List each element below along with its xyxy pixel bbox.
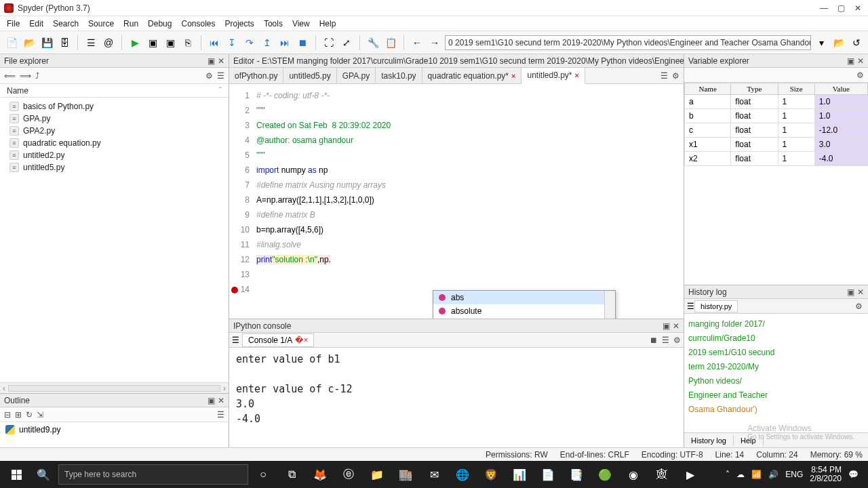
- menu-projects[interactable]: Projects: [225, 19, 254, 28]
- varexp-options-icon[interactable]: ⚙: [856, 70, 864, 80]
- next-icon[interactable]: ⟹: [20, 71, 31, 81]
- outline-goto-icon[interactable]: ⇲: [37, 410, 43, 420]
- prev-icon[interactable]: ⟸: [4, 71, 16, 81]
- file-item[interactable]: ≡GPA.py: [0, 113, 229, 125]
- console-tab[interactable]: Console 1/A�×: [242, 333, 314, 347]
- task-view-icon[interactable]: ⧉: [278, 464, 305, 485]
- debug-out-icon[interactable]: ↥: [260, 35, 275, 50]
- menu-run[interactable]: Run: [123, 19, 138, 28]
- taskbar-search-input[interactable]: Type here to search: [58, 464, 248, 485]
- console-tabs-menu-icon[interactable]: ☰: [232, 336, 239, 345]
- app-icon[interactable]: ✉: [420, 464, 448, 485]
- app-icon[interactable]: 📊: [506, 464, 533, 485]
- pane-close-icon[interactable]: ✕: [218, 56, 224, 66]
- history-tab[interactable]: history.py: [694, 300, 738, 312]
- debug-into-icon[interactable]: ↧: [224, 35, 239, 50]
- editor-tab[interactable]: untitled9.py*×: [521, 68, 585, 84]
- fullscreen-icon[interactable]: ⤢: [339, 35, 354, 50]
- maximize-pane-icon[interactable]: ⛶: [321, 35, 336, 50]
- browse-folder-icon[interactable]: 📂: [831, 35, 846, 50]
- list-icon[interactable]: ☰: [83, 35, 98, 50]
- open-file-icon[interactable]: 📂: [22, 35, 37, 50]
- app-icon[interactable]: 🦊: [307, 464, 334, 485]
- autocomplete-option[interactable]: absolute: [433, 304, 615, 318]
- up-icon[interactable]: ⤴: [35, 71, 39, 81]
- run-selection-icon[interactable]: ⎘: [180, 35, 195, 50]
- variable-row[interactable]: x2float1-4.0: [685, 152, 868, 166]
- start-button[interactable]: [4, 464, 28, 485]
- run-cell-advance-icon[interactable]: ▣: [163, 35, 178, 50]
- run-icon[interactable]: ▶: [127, 35, 142, 50]
- app-icon[interactable]: 📁: [363, 464, 391, 485]
- file-list-header[interactable]: Nameˇ: [0, 84, 229, 98]
- outline-collapse-icon[interactable]: ⊟: [4, 410, 11, 420]
- outline-body[interactable]: untitled9.py: [0, 422, 229, 447]
- options-icon[interactable]: ☰: [217, 71, 224, 81]
- console-stop-icon[interactable]: ⏹: [650, 336, 658, 345]
- debug-over-icon[interactable]: ↷: [242, 35, 257, 50]
- close-button[interactable]: ✕: [854, 3, 861, 13]
- filter-icon[interactable]: ⚙: [205, 71, 213, 81]
- outline-options-icon[interactable]: ☰: [217, 410, 224, 420]
- autocomplete-option[interactable]: absolute_import: [433, 318, 615, 319]
- save-all-icon[interactable]: 🗄: [57, 35, 72, 50]
- debug-step-icon[interactable]: ⏮: [207, 35, 222, 50]
- minimize-button[interactable]: —: [820, 3, 828, 13]
- outline-expand-icon[interactable]: ⊞: [15, 410, 22, 420]
- pane-undock-icon[interactable]: ▣: [208, 56, 215, 66]
- save-icon[interactable]: 💾: [39, 35, 54, 50]
- cortana-icon[interactable]: ○: [250, 464, 277, 485]
- autocomplete-popup[interactable]: absabsoluteabsolute_importaddadd_docstri…: [433, 290, 616, 319]
- file-item[interactable]: ≡quadratic equation.py: [0, 137, 229, 149]
- path-dropdown-icon[interactable]: ▾: [814, 35, 829, 50]
- preferences-icon[interactable]: 🔧: [366, 35, 380, 50]
- forward-icon[interactable]: →: [427, 35, 442, 50]
- search-icon[interactable]: 🔍: [30, 464, 57, 485]
- app-icon[interactable]: 🟢: [591, 464, 618, 485]
- file-item[interactable]: ≡basics of Python.py: [0, 100, 229, 113]
- app-icon[interactable]: 🕸: [648, 464, 675, 485]
- history-log-tab[interactable]: History log: [684, 435, 734, 446]
- menu-source[interactable]: Source: [88, 19, 114, 28]
- app-icon[interactable]: 📑: [563, 464, 590, 485]
- tray-volume-icon[interactable]: 🔊: [768, 470, 778, 479]
- variable-row[interactable]: x1float13.0: [685, 138, 868, 152]
- working-dir-field[interactable]: 0 2019 sem1\G10 secund term 2019-2020\My…: [445, 35, 811, 50]
- app-icon[interactable]: 📄: [534, 464, 561, 485]
- file-item[interactable]: ≡GPA2.py: [0, 125, 229, 137]
- editor-tab[interactable]: quadratic equation.py*×: [422, 68, 522, 83]
- pythonpath-icon[interactable]: 📋: [383, 35, 398, 50]
- console-options-icon[interactable]: ☰: [662, 336, 669, 345]
- parent-dir-icon[interactable]: ↺: [849, 35, 864, 50]
- tray-chevron-icon[interactable]: ˄: [726, 470, 730, 479]
- variable-row[interactable]: bfloat11.0: [685, 109, 868, 123]
- variable-row[interactable]: cfloat1-12.0: [685, 123, 868, 138]
- help-tab[interactable]: Help: [734, 435, 764, 446]
- menu-view[interactable]: View: [292, 19, 310, 28]
- history-tabs-menu-icon[interactable]: ☰: [687, 302, 694, 311]
- code-editor[interactable]: 1234567891011121314 # -*- coding: utf-8 …: [229, 84, 684, 319]
- menu-debug[interactable]: Debug: [148, 19, 172, 28]
- editor-tab[interactable]: task10.py: [376, 68, 422, 83]
- variable-table[interactable]: NameTypeSizeValueafloat11.0bfloat11.0cfl…: [684, 83, 868, 285]
- debug-stop-icon[interactable]: ⏹: [295, 35, 310, 50]
- console-gear-icon[interactable]: ⚙: [673, 336, 681, 345]
- tray-clock[interactable]: 8:54 PM2/8/2020: [810, 466, 842, 483]
- back-icon[interactable]: ←: [410, 35, 425, 50]
- console-output[interactable]: enter value of b1 enter value of c-12 3.…: [229, 348, 684, 447]
- file-item[interactable]: ≡untitled5.py: [0, 161, 229, 174]
- editor-tab[interactable]: ofPython.py: [229, 68, 283, 83]
- new-file-icon[interactable]: 📄: [4, 35, 19, 50]
- tray-lang[interactable]: ENG: [785, 470, 803, 479]
- tray-wifi-icon[interactable]: 📶: [751, 470, 762, 479]
- editor-tab[interactable]: GPA.py: [337, 68, 376, 83]
- autocomplete-option[interactable]: abs: [433, 291, 615, 304]
- variable-row[interactable]: afloat11.0: [685, 95, 868, 109]
- menu-search[interactable]: Search: [53, 19, 79, 28]
- history-body[interactable]: manging folder 2017/ currculim/Grade10 2…: [684, 314, 868, 432]
- tray-cloud-icon[interactable]: ☁: [736, 470, 745, 479]
- history-gear-icon[interactable]: ⚙: [852, 302, 865, 311]
- menu-help[interactable]: Help: [319, 19, 336, 28]
- app-icon[interactable]: ⓔ: [335, 464, 362, 485]
- menu-edit[interactable]: Edit: [29, 19, 43, 28]
